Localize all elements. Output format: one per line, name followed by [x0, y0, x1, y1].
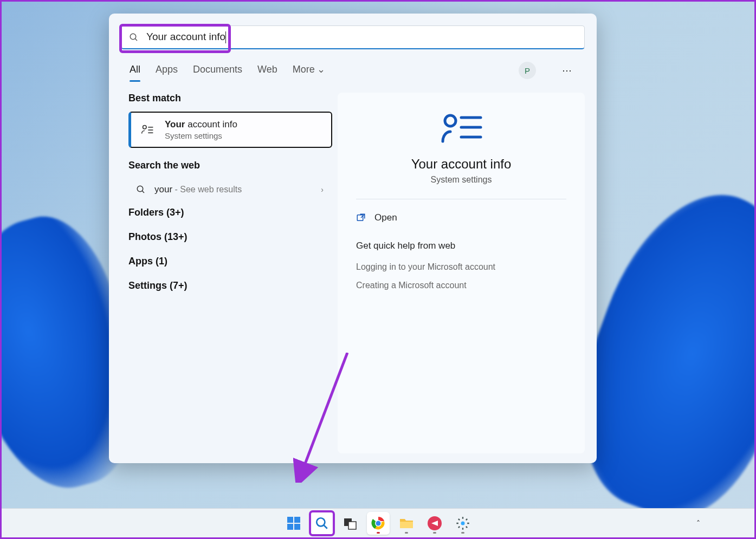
- svg-rect-26: [400, 522, 413, 528]
- start-button[interactable]: [282, 512, 305, 535]
- category-folders[interactable]: Folders (3+): [128, 200, 332, 225]
- svg-line-1: [135, 38, 137, 41]
- svg-rect-22: [348, 522, 356, 529]
- svg-point-2: [143, 125, 147, 129]
- tab-apps[interactable]: Apps: [156, 60, 178, 82]
- category-photos[interactable]: Photos (13+): [128, 225, 332, 249]
- svg-point-28: [461, 521, 464, 525]
- more-options-button[interactable]: ⋯: [559, 62, 576, 79]
- search-web-header: Search the web: [128, 160, 332, 171]
- taskbar: ˄: [2, 508, 754, 537]
- open-icon: [356, 213, 366, 223]
- svg-point-25: [376, 521, 380, 525]
- search-icon: [136, 185, 146, 194]
- tray-chevron-icon[interactable]: ˄: [696, 519, 700, 528]
- category-apps[interactable]: Apps (1): [128, 249, 332, 274]
- svg-line-7: [142, 191, 144, 193]
- chevron-down-icon: ⌄: [317, 64, 325, 75]
- svg-rect-18: [294, 524, 300, 530]
- tab-documents[interactable]: Documents: [193, 60, 242, 82]
- divider: [356, 199, 566, 199]
- windows-search-panel: Your account info All Apps Documents Web…: [109, 14, 597, 463]
- search-icon: [129, 33, 139, 42]
- svg-rect-15: [287, 517, 293, 523]
- tab-web[interactable]: Web: [257, 60, 277, 82]
- best-match-header: Best match: [128, 93, 332, 104]
- help-link[interactable]: Creating a Microsoft account: [356, 276, 566, 295]
- task-view-button[interactable]: [339, 512, 361, 535]
- svg-point-19: [316, 518, 325, 526]
- account-info-icon-large: [440, 111, 483, 147]
- chrome-taskbar-button[interactable]: [367, 512, 390, 535]
- search-box[interactable]: Your account info: [121, 25, 585, 49]
- svg-rect-16: [294, 517, 300, 523]
- svg-rect-12: [357, 215, 363, 221]
- detail-title: Your account info: [356, 157, 566, 172]
- result-subtitle: System settings: [165, 131, 237, 140]
- help-link[interactable]: Logging in to your Microsoft account: [356, 258, 566, 276]
- open-action[interactable]: Open: [356, 209, 566, 226]
- web-search-result[interactable]: your - See web results ›: [128, 179, 332, 200]
- category-settings[interactable]: Settings (7+): [128, 274, 332, 298]
- quick-help-header: Get quick help from web: [356, 241, 566, 251]
- user-avatar[interactable]: P: [519, 62, 536, 79]
- result-title: Your account info: [165, 119, 237, 130]
- search-taskbar-button[interactable]: [311, 512, 333, 535]
- web-result-text: your - See web results: [154, 184, 242, 195]
- results-column: Best match Your account info System sett…: [121, 93, 332, 453]
- svg-rect-17: [287, 524, 293, 530]
- tab-more[interactable]: More⌄: [293, 59, 325, 82]
- svg-line-20: [324, 525, 327, 529]
- text-cursor: [225, 31, 226, 43]
- svg-point-6: [137, 186, 143, 192]
- svg-point-0: [130, 34, 136, 40]
- account-info-icon: [139, 121, 156, 139]
- open-label: Open: [374, 212, 397, 223]
- best-match-result[interactable]: Your account info System settings: [128, 112, 332, 148]
- settings-taskbar-button[interactable]: [451, 512, 474, 535]
- filter-tabs: All Apps Documents Web More⌄ P ⋯: [121, 57, 585, 82]
- detail-pane: Your account info System settings Open G…: [338, 93, 585, 453]
- file-explorer-taskbar-button[interactable]: [395, 512, 418, 535]
- app-taskbar-button[interactable]: [423, 512, 446, 535]
- search-input[interactable]: Your account info: [146, 31, 577, 43]
- tab-all[interactable]: All: [130, 60, 140, 82]
- detail-subtitle: System settings: [356, 175, 566, 185]
- svg-point-8: [445, 115, 456, 126]
- chevron-right-icon: ›: [321, 185, 324, 194]
